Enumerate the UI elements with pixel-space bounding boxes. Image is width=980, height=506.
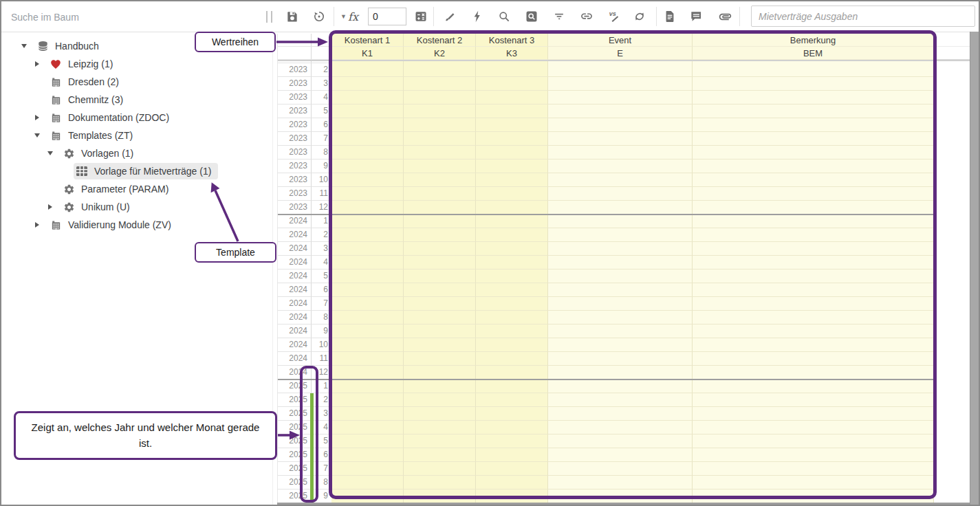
cell-e-2023-8[interactable] [548, 146, 693, 160]
row-header-month[interactable]: 1 [312, 380, 331, 393]
row-header-month[interactable]: 1 [312, 214, 331, 228]
row-header-month[interactable]: 2 [312, 63, 331, 77]
cell-k2-2023-7[interactable] [404, 132, 476, 146]
cell-k2-2023-10[interactable] [404, 173, 476, 187]
row-header-year[interactable]: 2025 [278, 476, 312, 490]
row-header-year[interactable]: 2025 [278, 380, 312, 393]
cell-k3-2024-2[interactable] [476, 228, 548, 242]
row-header-year[interactable]: 2023 [278, 132, 312, 146]
comments-button[interactable] [684, 4, 708, 29]
cell-bem-2025-5[interactable] [693, 434, 934, 448]
expand-arrow-icon[interactable] [32, 113, 42, 122]
cell-k1-2023-5[interactable] [331, 104, 404, 118]
cell-k3-2023-10[interactable] [476, 173, 548, 187]
cell-k3-2025-1[interactable] [476, 380, 548, 393]
cell-k3-2024-10[interactable] [476, 338, 548, 352]
column-header-k1[interactable]: Kostenart 1 [331, 34, 404, 47]
save-button[interactable] [280, 4, 305, 29]
cell-e-2023-11[interactable] [548, 187, 693, 201]
row-header-month[interactable]: 9 [312, 160, 331, 173]
cell-k2-2025-4[interactable] [404, 421, 476, 434]
cell-k3-2024-4[interactable] [476, 256, 548, 270]
row-header-year[interactable]: 2023 [278, 187, 312, 201]
cell-e-2023-10[interactable] [548, 173, 693, 187]
cell-bem-2023-5[interactable] [693, 104, 934, 118]
row-header-year[interactable]: 2024 [278, 256, 312, 270]
cell-k2-2025-1[interactable] [404, 380, 476, 393]
flash-fill-button[interactable] [465, 4, 490, 29]
cell-k3-2023-11[interactable] [476, 187, 548, 201]
row-header-month[interactable]: 8 [312, 311, 331, 324]
expand-arrow-icon[interactable] [32, 59, 42, 69]
row-header-month[interactable]: 3 [312, 77, 331, 91]
cell-e-2025-5[interactable] [548, 434, 693, 448]
cell-k2-2024-8[interactable] [404, 311, 476, 324]
row-header-month[interactable]: 3 [312, 407, 331, 421]
expand-arrow-icon[interactable] [45, 202, 55, 212]
cell-bem-2025-8[interactable] [693, 476, 934, 490]
cell-k3-2024-8[interactable] [476, 311, 548, 324]
cell-k3-2024-7[interactable] [476, 297, 548, 311]
cell-k2-2025-7[interactable] [404, 462, 476, 476]
format-brush-button[interactable] [437, 4, 462, 29]
cell-k2-2025-9[interactable] [404, 490, 476, 503]
row-header-year[interactable]: 2024 [278, 338, 312, 352]
cell-k1-2024-5[interactable] [331, 270, 404, 283]
cell-e-2025-3[interactable] [548, 407, 693, 421]
cell-k3-2025-9[interactable] [476, 490, 548, 503]
cell-k1-2023-3[interactable] [331, 77, 404, 91]
formula-value-input[interactable] [368, 8, 406, 25]
cell-k1-2023-6[interactable] [331, 118, 404, 132]
cell-bem-2024-2[interactable] [693, 228, 934, 242]
tree-item-validierung-module-zv[interactable]: Validierung Module (ZV) [1, 216, 272, 234]
cell-k3-2024-5[interactable] [476, 270, 548, 283]
cell-k1-2024-11[interactable] [331, 352, 404, 366]
document-button[interactable] [657, 4, 682, 29]
row-header-year[interactable]: 2024 [278, 324, 312, 338]
row-header-month[interactable]: 4 [312, 256, 331, 270]
cell-k1-2025-2[interactable] [331, 393, 404, 407]
tree-search-input[interactable] [10, 6, 260, 29]
cell-k3-2023-8[interactable] [476, 146, 548, 160]
cell-k1-2023-7[interactable] [331, 132, 404, 146]
cell-bem-2025-9[interactable] [693, 490, 934, 503]
cell-e-2024-8[interactable] [548, 311, 693, 324]
cell-e-2023-12[interactable] [548, 201, 693, 214]
collapse-arrow-icon[interactable] [32, 131, 42, 140]
cell-k3-2024-3[interactable] [476, 242, 548, 256]
search-in-selection-button[interactable] [519, 4, 544, 29]
cell-k3-2023-9[interactable] [476, 160, 548, 173]
tree-item-unikum-u[interactable]: Unikum (U) [1, 198, 272, 216]
tree-item-dresden-2[interactable]: Dresden (2) [1, 73, 272, 91]
cell-e-2024-5[interactable] [548, 270, 693, 283]
row-header-month[interactable]: 7 [312, 297, 331, 311]
cell-k2-2023-8[interactable] [404, 146, 476, 160]
column-header-k2[interactable]: Kostenart 2 [404, 34, 476, 47]
cell-k3-2025-5[interactable] [476, 434, 548, 448]
row-header-month[interactable]: 11 [312, 187, 331, 201]
row-header-month[interactable]: 5 [312, 104, 331, 118]
collapse-arrow-icon[interactable] [45, 148, 55, 158]
tree-item-vorlagen-1[interactable]: Vorlagen (1) [1, 144, 272, 162]
row-header-month[interactable]: 2 [312, 228, 331, 242]
cell-k1-2024-4[interactable] [331, 256, 404, 270]
row-header-month[interactable]: 6 [312, 118, 331, 132]
cell-bem-2023-4[interactable] [693, 91, 934, 104]
cell-bem-2025-4[interactable] [693, 421, 934, 434]
row-header-month[interactable]: 6 [312, 283, 331, 297]
row-header-year[interactable]: 2023 [278, 201, 312, 214]
cell-k2-2024-5[interactable] [404, 270, 476, 283]
tree-item-vorlage-für-mietverträge-1[interactable]: Vorlage für Mietverträge (1) [1, 162, 272, 180]
cell-k3-2023-6[interactable] [476, 118, 548, 132]
cell-k1-2024-7[interactable] [331, 297, 404, 311]
row-header-month[interactable]: 2 [312, 393, 331, 407]
cell-e-2024-1[interactable] [548, 214, 693, 228]
cell-e-2024-9[interactable] [548, 324, 693, 338]
row-header-month[interactable]: 7 [312, 462, 331, 476]
cell-e-2024-3[interactable] [548, 242, 693, 256]
tree-item-dokumentation-zdoc[interactable]: Dokumentation (ZDOC) [1, 109, 272, 126]
cell-k1-2025-7[interactable] [331, 462, 404, 476]
cell-e-2023-3[interactable] [548, 77, 693, 91]
row-header-month[interactable]: 3 [312, 242, 331, 256]
cell-e-2024-4[interactable] [548, 256, 693, 270]
